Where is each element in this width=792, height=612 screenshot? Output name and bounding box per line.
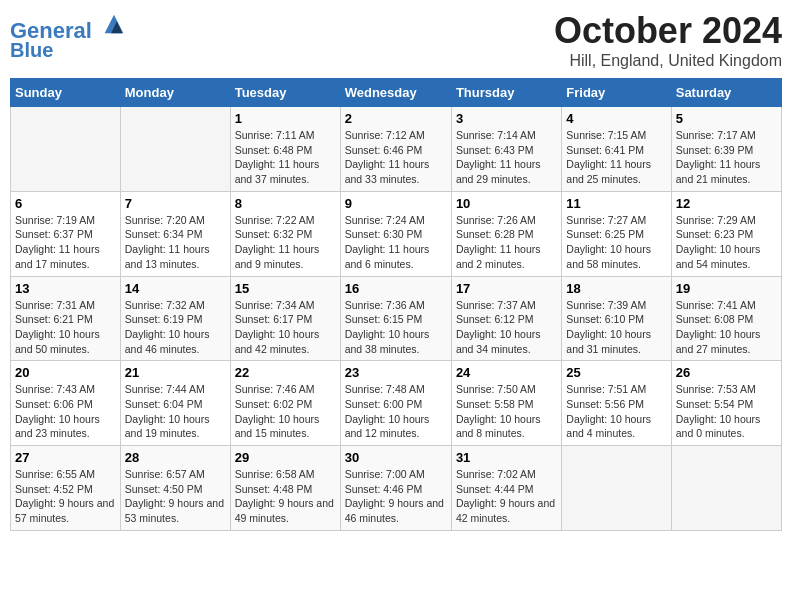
day-number: 22	[235, 365, 336, 380]
calendar-cell: 19Sunrise: 7:41 AM Sunset: 6:08 PM Dayli…	[671, 276, 781, 361]
calendar-cell: 2Sunrise: 7:12 AM Sunset: 6:46 PM Daylig…	[340, 107, 451, 192]
day-detail: Sunrise: 7:39 AM Sunset: 6:10 PM Dayligh…	[566, 298, 666, 357]
day-number: 15	[235, 281, 336, 296]
calendar-cell: 24Sunrise: 7:50 AM Sunset: 5:58 PM Dayli…	[451, 361, 561, 446]
calendar-cell: 27Sunrise: 6:55 AM Sunset: 4:52 PM Dayli…	[11, 446, 121, 531]
day-number: 10	[456, 196, 557, 211]
day-detail: Sunrise: 7:31 AM Sunset: 6:21 PM Dayligh…	[15, 298, 116, 357]
day-number: 13	[15, 281, 116, 296]
calendar-cell: 25Sunrise: 7:51 AM Sunset: 5:56 PM Dayli…	[562, 361, 671, 446]
column-header-tuesday: Tuesday	[230, 79, 340, 107]
calendar-header-row: SundayMondayTuesdayWednesdayThursdayFrid…	[11, 79, 782, 107]
column-header-wednesday: Wednesday	[340, 79, 451, 107]
day-detail: Sunrise: 7:48 AM Sunset: 6:00 PM Dayligh…	[345, 382, 447, 441]
calendar-cell: 23Sunrise: 7:48 AM Sunset: 6:00 PM Dayli…	[340, 361, 451, 446]
calendar-cell	[562, 446, 671, 531]
day-detail: Sunrise: 7:44 AM Sunset: 6:04 PM Dayligh…	[125, 382, 226, 441]
calendar-cell: 17Sunrise: 7:37 AM Sunset: 6:12 PM Dayli…	[451, 276, 561, 361]
day-number: 7	[125, 196, 226, 211]
day-detail: Sunrise: 7:00 AM Sunset: 4:46 PM Dayligh…	[345, 467, 447, 526]
calendar-cell: 1Sunrise: 7:11 AM Sunset: 6:48 PM Daylig…	[230, 107, 340, 192]
column-header-thursday: Thursday	[451, 79, 561, 107]
logo: General Blue	[10, 10, 128, 61]
day-number: 26	[676, 365, 777, 380]
day-detail: Sunrise: 7:11 AM Sunset: 6:48 PM Dayligh…	[235, 128, 336, 187]
day-detail: Sunrise: 6:57 AM Sunset: 4:50 PM Dayligh…	[125, 467, 226, 526]
calendar-week-2: 6Sunrise: 7:19 AM Sunset: 6:37 PM Daylig…	[11, 191, 782, 276]
day-detail: Sunrise: 7:37 AM Sunset: 6:12 PM Dayligh…	[456, 298, 557, 357]
calendar-table: SundayMondayTuesdayWednesdayThursdayFrid…	[10, 78, 782, 531]
calendar-cell: 5Sunrise: 7:17 AM Sunset: 6:39 PM Daylig…	[671, 107, 781, 192]
calendar-cell	[11, 107, 121, 192]
day-number: 16	[345, 281, 447, 296]
day-detail: Sunrise: 7:14 AM Sunset: 6:43 PM Dayligh…	[456, 128, 557, 187]
calendar-week-5: 27Sunrise: 6:55 AM Sunset: 4:52 PM Dayli…	[11, 446, 782, 531]
day-number: 29	[235, 450, 336, 465]
day-detail: Sunrise: 7:34 AM Sunset: 6:17 PM Dayligh…	[235, 298, 336, 357]
column-header-monday: Monday	[120, 79, 230, 107]
calendar-cell	[671, 446, 781, 531]
calendar-cell: 14Sunrise: 7:32 AM Sunset: 6:19 PM Dayli…	[120, 276, 230, 361]
day-number: 17	[456, 281, 557, 296]
calendar-cell: 4Sunrise: 7:15 AM Sunset: 6:41 PM Daylig…	[562, 107, 671, 192]
calendar-cell: 12Sunrise: 7:29 AM Sunset: 6:23 PM Dayli…	[671, 191, 781, 276]
calendar-cell: 10Sunrise: 7:26 AM Sunset: 6:28 PM Dayli…	[451, 191, 561, 276]
calendar-cell	[120, 107, 230, 192]
day-detail: Sunrise: 7:29 AM Sunset: 6:23 PM Dayligh…	[676, 213, 777, 272]
day-detail: Sunrise: 7:36 AM Sunset: 6:15 PM Dayligh…	[345, 298, 447, 357]
day-detail: Sunrise: 7:51 AM Sunset: 5:56 PM Dayligh…	[566, 382, 666, 441]
day-number: 12	[676, 196, 777, 211]
calendar-cell: 20Sunrise: 7:43 AM Sunset: 6:06 PM Dayli…	[11, 361, 121, 446]
day-detail: Sunrise: 7:19 AM Sunset: 6:37 PM Dayligh…	[15, 213, 116, 272]
calendar-cell: 13Sunrise: 7:31 AM Sunset: 6:21 PM Dayli…	[11, 276, 121, 361]
day-detail: Sunrise: 7:27 AM Sunset: 6:25 PM Dayligh…	[566, 213, 666, 272]
day-detail: Sunrise: 7:26 AM Sunset: 6:28 PM Dayligh…	[456, 213, 557, 272]
column-header-friday: Friday	[562, 79, 671, 107]
day-number: 20	[15, 365, 116, 380]
day-number: 1	[235, 111, 336, 126]
calendar-cell: 15Sunrise: 7:34 AM Sunset: 6:17 PM Dayli…	[230, 276, 340, 361]
calendar-cell: 29Sunrise: 6:58 AM Sunset: 4:48 PM Dayli…	[230, 446, 340, 531]
day-number: 19	[676, 281, 777, 296]
calendar-cell: 9Sunrise: 7:24 AM Sunset: 6:30 PM Daylig…	[340, 191, 451, 276]
day-number: 5	[676, 111, 777, 126]
day-detail: Sunrise: 7:22 AM Sunset: 6:32 PM Dayligh…	[235, 213, 336, 272]
day-number: 9	[345, 196, 447, 211]
calendar-cell: 16Sunrise: 7:36 AM Sunset: 6:15 PM Dayli…	[340, 276, 451, 361]
calendar-cell: 31Sunrise: 7:02 AM Sunset: 4:44 PM Dayli…	[451, 446, 561, 531]
day-detail: Sunrise: 7:24 AM Sunset: 6:30 PM Dayligh…	[345, 213, 447, 272]
day-number: 11	[566, 196, 666, 211]
column-header-saturday: Saturday	[671, 79, 781, 107]
month-title: October 2024	[554, 10, 782, 52]
day-detail: Sunrise: 7:15 AM Sunset: 6:41 PM Dayligh…	[566, 128, 666, 187]
calendar-cell: 22Sunrise: 7:46 AM Sunset: 6:02 PM Dayli…	[230, 361, 340, 446]
day-number: 4	[566, 111, 666, 126]
day-number: 21	[125, 365, 226, 380]
calendar-week-1: 1Sunrise: 7:11 AM Sunset: 6:48 PM Daylig…	[11, 107, 782, 192]
day-detail: Sunrise: 7:32 AM Sunset: 6:19 PM Dayligh…	[125, 298, 226, 357]
day-number: 23	[345, 365, 447, 380]
day-number: 27	[15, 450, 116, 465]
calendar-cell: 11Sunrise: 7:27 AM Sunset: 6:25 PM Dayli…	[562, 191, 671, 276]
day-number: 28	[125, 450, 226, 465]
calendar-week-4: 20Sunrise: 7:43 AM Sunset: 6:06 PM Dayli…	[11, 361, 782, 446]
calendar-body: 1Sunrise: 7:11 AM Sunset: 6:48 PM Daylig…	[11, 107, 782, 531]
page-header: General Blue October 2024 Hill, England,…	[10, 10, 782, 70]
title-area: October 2024 Hill, England, United Kingd…	[554, 10, 782, 70]
day-number: 25	[566, 365, 666, 380]
day-detail: Sunrise: 7:43 AM Sunset: 6:06 PM Dayligh…	[15, 382, 116, 441]
day-detail: Sunrise: 6:55 AM Sunset: 4:52 PM Dayligh…	[15, 467, 116, 526]
day-detail: Sunrise: 7:20 AM Sunset: 6:34 PM Dayligh…	[125, 213, 226, 272]
calendar-cell: 3Sunrise: 7:14 AM Sunset: 6:43 PM Daylig…	[451, 107, 561, 192]
calendar-cell: 21Sunrise: 7:44 AM Sunset: 6:04 PM Dayli…	[120, 361, 230, 446]
day-number: 6	[15, 196, 116, 211]
logo-icon	[100, 10, 128, 38]
day-detail: Sunrise: 7:46 AM Sunset: 6:02 PM Dayligh…	[235, 382, 336, 441]
calendar-cell: 7Sunrise: 7:20 AM Sunset: 6:34 PM Daylig…	[120, 191, 230, 276]
day-detail: Sunrise: 7:12 AM Sunset: 6:46 PM Dayligh…	[345, 128, 447, 187]
day-detail: Sunrise: 6:58 AM Sunset: 4:48 PM Dayligh…	[235, 467, 336, 526]
calendar-cell: 6Sunrise: 7:19 AM Sunset: 6:37 PM Daylig…	[11, 191, 121, 276]
day-detail: Sunrise: 7:53 AM Sunset: 5:54 PM Dayligh…	[676, 382, 777, 441]
day-detail: Sunrise: 7:02 AM Sunset: 4:44 PM Dayligh…	[456, 467, 557, 526]
day-detail: Sunrise: 7:50 AM Sunset: 5:58 PM Dayligh…	[456, 382, 557, 441]
